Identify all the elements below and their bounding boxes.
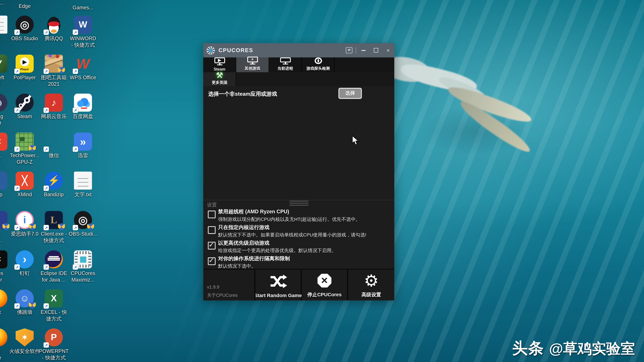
reel-partial-icon: ◉	[0, 93, 8, 112]
swimmer-photo	[384, 57, 561, 197]
xmind-glyph: ╳	[22, 176, 27, 185]
footer-button-shuffle[interactable]: Start Random Game	[256, 270, 302, 301]
icon-label: 迅雷	[65, 153, 101, 159]
desktop-icon-wps-office[interactable]: W↗WPS Office	[65, 55, 101, 81]
drag-handle[interactable]	[289, 201, 308, 207]
settings-panel: 设置 禁用超线程 (AMD Ryzen CPU)强制游戏以现分配的CPU内核以及…	[203, 200, 394, 269]
tab-label: 其他游戏	[244, 66, 260, 71]
cpucores-maximizer-icon: ↗	[74, 250, 92, 269]
baidu-netdisk-icon: ↗	[74, 93, 92, 112]
about-link[interactable]: 关于CPUCores	[207, 292, 238, 299]
setting-title: 禁用超线程 (AMD Ryzen CPU)	[218, 209, 394, 216]
tab-running-processes[interactable]: 当前进程	[269, 57, 302, 72]
icon-label: Games...	[65, 5, 101, 11]
checkbox-3-checked[interactable]: ✓	[208, 242, 216, 250]
shortcut-arrow-icon: ↗	[14, 146, 20, 152]
fotiaoqiang-glyph: ☺	[20, 294, 29, 303]
lol-client-shortcut-glyph: L	[50, 215, 57, 225]
desktop-icon-games-partial[interactable]: Games...	[65, 5, 101, 11]
potplayer-glyph: ▶	[23, 59, 27, 64]
translate-button[interactable]: ⇄	[344, 43, 354, 57]
lol-client-shortcut-icon: L↗	[45, 211, 63, 229]
obs-studio-icon: ◎↗	[16, 15, 34, 34]
setting-row-4: ✓对你的操作系统进行隔离和限制默认情况下选中。	[203, 255, 394, 270]
tab-steam-games[interactable]: ▶Steam	[203, 57, 236, 72]
close-button[interactable]: ×	[382, 43, 394, 57]
checkmark-icon: ✓	[209, 241, 214, 249]
watermark-handle: @草鸡实验室	[549, 339, 635, 358]
select-button[interactable]: 选择	[338, 88, 362, 99]
uac-shield-icon	[29, 302, 36, 309]
footer-button-stop-x[interactable]: ×停止CPUCores	[302, 270, 348, 301]
footer-bar: v1.9.9 关于CPUCores Start Random Game×停止CP…	[203, 269, 394, 301]
setting-row-2: 只在指定内核运行游戏默认情况下不选中。如果要启动单线程或CPU使用量小的游戏，请…	[203, 224, 394, 239]
crossed-tools-icon: ⚒	[216, 71, 223, 79]
bandizip-glyph: ⚡	[48, 176, 60, 186]
minimize-button[interactable]	[358, 43, 370, 57]
translate-icon: ⇄	[346, 47, 352, 53]
desktop-icon-obs-studio-installer[interactable]: ◎↗OBS-Studi...	[65, 211, 101, 238]
icon-label: WPS Office	[65, 75, 101, 81]
gta-v-partial-icon: V	[0, 55, 8, 73]
wechat-icon: ↗	[45, 133, 63, 151]
maximize-button[interactable]	[370, 43, 382, 57]
huorong-security-icon: ✶↗	[16, 328, 34, 347]
footer-button-gear[interactable]: ⚙高级设置	[348, 270, 394, 301]
uac-shield-icon	[29, 223, 36, 230]
footer-button-label: 停止CPUCores	[308, 292, 342, 299]
tab-gameveye-detection[interactable]: 游戏探头检测	[302, 57, 335, 72]
shortcut-arrow-icon: ↗	[14, 186, 20, 191]
netease-cloud-music-glyph: ♪	[51, 98, 56, 108]
close-icon: ×	[386, 47, 390, 53]
shortcut-arrow-icon: ↗	[14, 303, 20, 309]
desktop-icon-baidu-netdisk[interactable]: ↗百度网盘	[65, 93, 101, 120]
checkbox-4-checked[interactable]: ✓	[208, 257, 216, 265]
tab-label: 游戏探头检测	[306, 66, 330, 71]
tab-label: 当前进程	[278, 66, 293, 71]
checkbox-2-unchecked[interactable]	[208, 226, 216, 234]
uac-shield-icon	[58, 223, 65, 230]
thunder-xunlei-icon: »↗	[74, 133, 92, 151]
desktop-icon-text-txt-file[interactable]: 文字.txt	[65, 172, 101, 198]
winword-shortcut-icon: W↗	[74, 15, 92, 34]
window-titlebar[interactable]: CPUCORES ⇄ ×	[203, 43, 394, 57]
shortcut-arrow-icon: ↗	[44, 303, 49, 309]
secondary-tabbar: ⚒ 更多英国	[203, 72, 394, 87]
tab-non-steam-games[interactable]: +其他游戏	[236, 57, 269, 72]
setting-description: 强制游戏以现分配的CPU内核以及无HT(超运输)运行。优先不选中。	[218, 216, 394, 223]
tab-label: 更多英国	[212, 80, 227, 85]
tab-more-games[interactable]: ⚒ 更多英国	[203, 72, 236, 86]
icon-label: EXCEL - 快 捷方式	[36, 310, 72, 323]
shortcut-arrow-icon: ↗	[14, 342, 20, 348]
winword-shortcut-glyph: W	[79, 20, 87, 29]
non-steam-panel: 选择一个非steam应用或游戏 选择	[203, 86, 394, 200]
desktop-icon-powerpnt-shortcut[interactable]: P↗POWERPNT - 快捷方式	[36, 328, 72, 361]
desktop-icon-cpucores-maximizer[interactable]: ↗CPUCores Maximiz...	[65, 250, 101, 283]
shortcut-arrow-icon: ↗	[72, 146, 78, 152]
non-steam-games-tab-icon: +	[247, 57, 258, 62]
red-x-partial-glyph: ×	[0, 137, 1, 147]
gameveye-detection-tab-icon	[314, 57, 322, 64]
checkbox-1-unchecked[interactable]	[208, 211, 216, 218]
icon-label: 百度网盘	[65, 114, 101, 120]
dingtalk-icon: ›↗	[16, 250, 34, 269]
footer-button-label: 高级设置	[362, 292, 381, 299]
select-app-label: 选择一个非steam应用或游戏	[208, 90, 277, 98]
desktop-icon-microsoft-edge[interactable]: Edge	[6, 3, 43, 10]
excel-shortcut-glyph: X	[51, 294, 57, 303]
desktop-icon-excel-shortcut[interactable]: X↗EXCEL - 快 捷方式	[36, 290, 72, 323]
desktop-icon-thunder-xunlei[interactable]: »↗迅雷	[65, 133, 101, 159]
bandizip-icon: ⚡↗	[45, 172, 63, 190]
main-tabbar: ▶Steam+其他游戏当前进程游戏探头检测	[203, 57, 394, 73]
shortcut-arrow-icon: ↗	[44, 342, 49, 348]
shortcut-arrow-icon: ↗	[44, 146, 49, 152]
tuba-toolbox-2021-icon: ↗	[45, 55, 63, 73]
desktop-icon-winword-shortcut[interactable]: W↗WINWORD - 快捷方式	[65, 15, 101, 49]
steam-games-tab-icon: ▶	[214, 57, 225, 63]
footer-button-label: Start Random Game	[254, 293, 302, 298]
minimize-icon	[362, 50, 366, 51]
obs-studio-installer-glyph: ◎	[78, 215, 88, 225]
setting-row-1: 禁用超线程 (AMD Ryzen CPU)强制游戏以现分配的CPU内核以及无HT…	[203, 209, 394, 223]
dingtalk-glyph: ›	[23, 254, 26, 265]
version-label: v1.9.9	[207, 284, 219, 289]
